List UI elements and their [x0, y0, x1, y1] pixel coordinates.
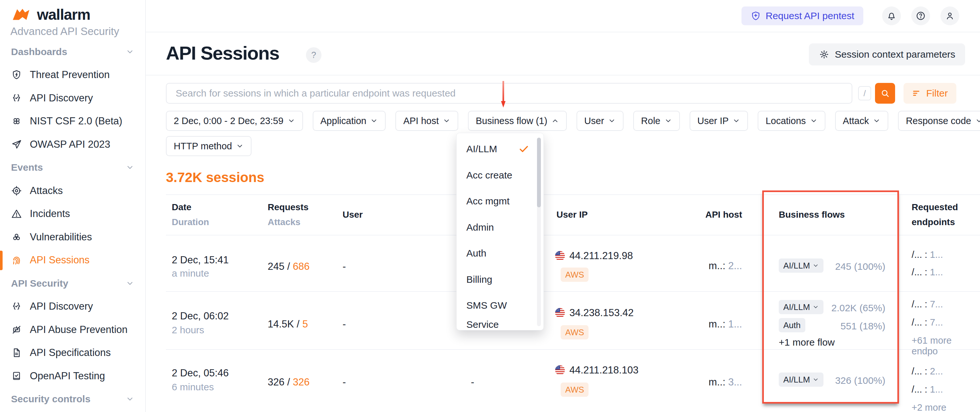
dropdown-option-partial[interactable]: Service — [457, 319, 544, 330]
table-divider — [166, 194, 980, 195]
cloud-provider-badge: AWS — [561, 382, 589, 397]
filter-chip-http-method[interactable]: HTTP method — [166, 136, 251, 156]
keyboard-shortcut-hint: / — [858, 86, 871, 100]
cloud-provider-badge: AWS — [561, 325, 589, 339]
col-header-business-flows: Business flows — [779, 209, 845, 220]
filter-chip-locations[interactable]: Locations — [758, 111, 825, 131]
ip-address[interactable]: 44.211.219.98 — [570, 250, 633, 262]
flow-chip[interactable]: Auth — [779, 318, 805, 332]
col-header-requested-endpoints: Requested — [912, 202, 958, 212]
target-icon — [11, 185, 22, 196]
search-input[interactable] — [166, 83, 852, 104]
sidebar-section-api-security[interactable]: API Security — [0, 272, 145, 295]
title-help-icon[interactable]: ? — [306, 47, 321, 63]
sidebar-section-dashboards[interactable]: Dashboards — [0, 40, 145, 63]
sidebar-item-api-sessions[interactable]: API Sessions — [0, 249, 145, 272]
request-api-pentest-button[interactable]: Request API pentest — [741, 6, 863, 25]
gear-icon — [819, 49, 830, 60]
user-ip-cell: 44.211.219.98 — [555, 250, 633, 262]
api-host-cell[interactable]: m..: 2... — [661, 260, 742, 272]
chevron-up-icon — [551, 117, 559, 125]
sidebar-item-api-abuse-prevention[interactable]: API Abuse Prevention — [0, 318, 145, 341]
help-circle-icon — [915, 11, 926, 21]
col-header-date: Date — [172, 202, 191, 212]
dropdown-option-billing[interactable]: Billing — [457, 266, 544, 293]
sidebar-item-nist-csf[interactable]: NIST CSF 2.0 (Beta) — [0, 110, 145, 133]
filter-chip-api-host[interactable]: API host — [395, 111, 458, 131]
endpoint-entry[interactable]: /... : 1... — [912, 384, 943, 395]
ip-address[interactable]: 44.211.218.103 — [570, 364, 638, 376]
flow-value: 326 (100%) — [810, 375, 885, 386]
sidebar-item-api-discovery[interactable]: API Discovery — [0, 87, 145, 110]
endpoint-entry[interactable]: /... : 1... — [912, 267, 943, 277]
user-menu-button[interactable] — [940, 6, 959, 25]
dropdown-option-acc-mgmt[interactable]: Acc mgmt — [457, 188, 544, 214]
endpoint-entry[interactable]: /... : 7... — [912, 317, 943, 328]
col-header-api-host: API host — [661, 209, 742, 220]
more-endpoints-link[interactable]: +2 more endpoint — [912, 402, 980, 412]
sidebar-item-attacks[interactable]: Attacks — [0, 179, 145, 203]
sidebar-item-threat-prevention[interactable]: Threat Prevention — [0, 63, 145, 87]
help-button[interactable] — [911, 6, 930, 25]
dropdown-option-admin[interactable]: Admin — [457, 214, 544, 240]
flow-value: 2.02K (65%) — [810, 303, 885, 314]
sidebar-item-api-specifications[interactable]: API Specifications — [0, 341, 145, 365]
user-ip-cell: 44.211.218.103 — [555, 364, 638, 376]
filter-chip-business-flow[interactable]: Business flow (1) — [468, 111, 567, 131]
col-header-attacks: Attacks — [268, 217, 301, 227]
sidebar-section-security-controls[interactable]: Security controls — [0, 388, 145, 411]
chevron-down-icon — [126, 395, 134, 403]
session-context-parameters-button[interactable]: Session context parameters — [809, 43, 965, 65]
api-host-cell[interactable]: m..: 3... — [661, 376, 742, 388]
filter-chip-user-ip[interactable]: User IP — [690, 111, 748, 131]
endpoint-entry[interactable]: /... : 7... — [912, 299, 943, 310]
flow-value: 551 (18%) — [810, 321, 885, 332]
chevron-down-icon — [608, 117, 616, 125]
sidebar-section-events[interactable]: Events — [0, 156, 145, 179]
sidebar-item-api-discovery-2[interactable]: API Discovery — [0, 295, 145, 319]
chevron-down-icon — [732, 117, 740, 125]
requests-attacks: 326 / 326 — [268, 376, 310, 388]
endpoint-entry[interactable]: /... : 1... — [912, 249, 943, 260]
session-role: - — [471, 376, 474, 388]
chevron-down-icon — [810, 117, 818, 125]
filter-chip-user[interactable]: User — [576, 111, 624, 131]
sidebar-item-vulnerabilities[interactable]: Vulnerabilities — [0, 225, 145, 249]
col-header-user-ip: User IP — [557, 209, 588, 220]
chevron-down-icon — [126, 163, 134, 172]
chevron-down-icon — [443, 117, 450, 125]
chevron-down-icon — [664, 117, 672, 125]
more-endpoints-link[interactable]: +61 more endpo — [912, 335, 980, 357]
more-flows-link[interactable]: +1 more flow — [779, 337, 835, 348]
sidebar-item-incidents[interactable]: Incidents — [0, 203, 145, 226]
filter-chip-date-range[interactable]: 2 Dec, 0:00 - 2 Dec, 23:59 — [166, 111, 303, 131]
business-flow-dropdown: AI/LLM Acc create Acc mgmt Admin Auth Bi… — [456, 133, 544, 330]
dropdown-option-auth[interactable]: Auth — [457, 240, 544, 266]
api-host-cell[interactable]: m..: 1... — [661, 319, 742, 330]
search-button[interactable] — [875, 83, 895, 104]
logo-text: wallarm — [37, 6, 90, 23]
filter-chips-row-2: HTTP method — [166, 136, 251, 156]
sidebar: wallarm Advanced API Security Dashboards… — [0, 0, 146, 412]
table-divider — [166, 235, 980, 236]
ip-address[interactable]: 34.238.153.42 — [570, 307, 633, 319]
filter-button[interactable]: Filter — [904, 83, 956, 104]
flow-value: 245 (100%) — [810, 261, 885, 272]
wallarm-logo[interactable]: wallarm — [10, 6, 90, 23]
sidebar-item-owasp-api[interactable]: OWASP API 2023 — [0, 133, 145, 156]
requests-attacks: 245 / 686 — [268, 261, 310, 273]
notifications-button[interactable] — [882, 6, 901, 25]
header-divider — [146, 75, 980, 76]
dropdown-scrollbar-thumb[interactable] — [537, 138, 541, 207]
dropdown-option-ai-llm[interactable]: AI/LLM — [457, 136, 544, 162]
filter-chip-role[interactable]: Role — [633, 111, 680, 131]
dropdown-option-acc-create[interactable]: Acc create — [457, 162, 544, 188]
filter-chip-response-code[interactable]: Response code — [898, 111, 980, 131]
sidebar-item-openapi-testing[interactable]: OpenAPI Testing — [0, 364, 145, 388]
endpoint-entry[interactable]: /... : 2... — [912, 366, 943, 377]
table-divider — [166, 349, 980, 350]
filter-chip-attack[interactable]: Attack — [835, 111, 889, 131]
fingerprint-icon — [11, 255, 22, 266]
dropdown-option-sms-gw[interactable]: SMS GW — [457, 293, 544, 319]
filter-chip-application[interactable]: Application — [313, 111, 386, 131]
